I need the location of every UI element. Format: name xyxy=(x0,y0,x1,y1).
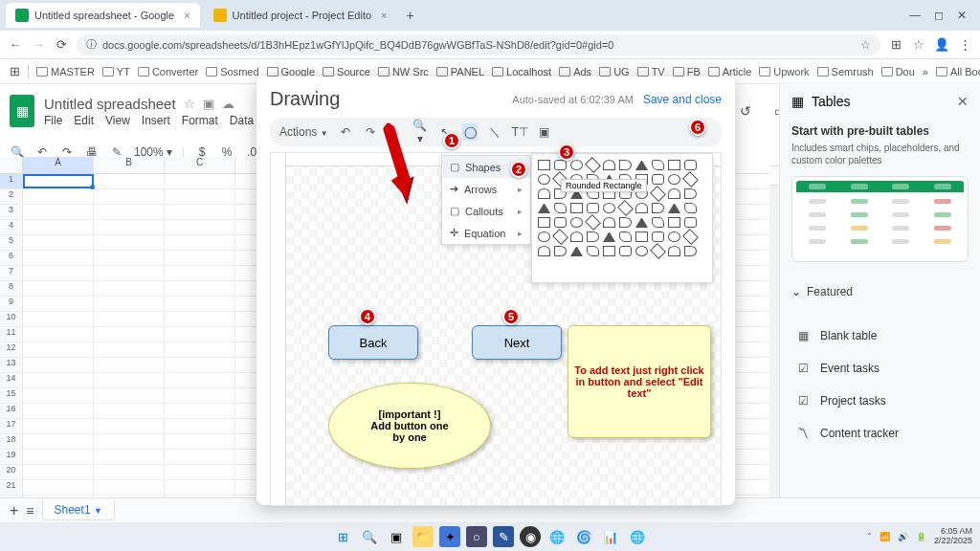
cell[interactable] xyxy=(94,266,165,280)
shape-option[interactable] xyxy=(652,160,664,170)
shape-option[interactable] xyxy=(684,246,697,256)
shape-option[interactable] xyxy=(650,243,666,259)
cell[interactable] xyxy=(23,174,94,188)
col-header-b[interactable]: B xyxy=(94,157,165,173)
edge-icon[interactable]: 🌀 xyxy=(573,526,594,547)
bookmark-item[interactable]: UG xyxy=(599,66,630,77)
cell[interactable] xyxy=(94,281,165,296)
shape-option[interactable] xyxy=(570,246,583,256)
extensions-icon[interactable]: ⊞ xyxy=(888,37,903,52)
drawn-back-button[interactable]: Back xyxy=(328,325,418,360)
cloud-icon[interactable]: ☁ xyxy=(222,97,234,111)
cell[interactable] xyxy=(23,281,94,296)
row-header[interactable]: 19 xyxy=(0,450,23,464)
cell[interactable] xyxy=(165,235,235,250)
cell[interactable] xyxy=(23,220,94,234)
sheet-tab[interactable]: Sheet1 ▼ xyxy=(42,500,115,520)
shape-option[interactable] xyxy=(538,174,550,185)
all-bookmarks[interactable]: All Bookmarks xyxy=(936,66,980,77)
bookmark-item[interactable]: NW Src xyxy=(378,66,429,77)
cell[interactable] xyxy=(23,419,94,433)
drawing-canvas[interactable]: ▢Shapes▸ ➔Arrows▸ ▢Callouts▸ ✛Equation▸ … xyxy=(270,152,722,506)
bookmark-item[interactable]: PANEL xyxy=(436,66,484,77)
app-icon[interactable]: ✎ xyxy=(493,526,514,547)
cell[interactable] xyxy=(94,388,165,403)
canary-icon[interactable]: 🌐 xyxy=(627,526,648,547)
move-icon[interactable]: ▣ xyxy=(203,97,214,111)
chrome-icon[interactable]: 🌐 xyxy=(546,526,568,547)
shape-option[interactable] xyxy=(668,217,680,228)
shape-option[interactable] xyxy=(538,160,550,170)
task-view-icon[interactable]: ▣ xyxy=(386,526,407,547)
row-header[interactable]: 20 xyxy=(0,465,23,479)
row-header[interactable]: 14 xyxy=(0,373,23,387)
bookmark-item[interactable]: TV xyxy=(637,66,665,77)
cell[interactable] xyxy=(165,327,235,342)
row-header[interactable]: 17 xyxy=(0,419,23,433)
template-project-tasks[interactable]: ☑Project tasks xyxy=(791,385,969,417)
shape-option[interactable] xyxy=(652,174,664,185)
shape-option[interactable] xyxy=(668,203,680,213)
menu-insert[interactable]: Insert xyxy=(142,114,170,127)
shape-option[interactable] xyxy=(652,217,664,228)
drawn-next-button[interactable]: Next xyxy=(472,325,562,360)
template-event-tasks[interactable]: ☑Event tasks xyxy=(791,352,969,385)
row-header[interactable]: 6 xyxy=(0,251,23,265)
obs-icon[interactable]: ◉ xyxy=(520,526,541,547)
bookmark-item[interactable]: Semrush xyxy=(817,66,874,77)
row-header[interactable]: 16 xyxy=(0,404,23,418)
shape-option[interactable] xyxy=(603,203,615,213)
bookmark-item[interactable]: FB xyxy=(673,66,701,77)
shape-option[interactable] xyxy=(570,231,583,242)
shape-option[interactable] xyxy=(603,217,615,228)
cell[interactable] xyxy=(94,465,165,479)
shape-option[interactable] xyxy=(587,246,599,256)
browser-tab-active[interactable]: Untitled spreadsheet - Google × xyxy=(6,3,200,28)
cell[interactable] xyxy=(23,235,94,250)
menu-file[interactable]: File xyxy=(44,114,62,127)
col-header-c[interactable]: C xyxy=(165,157,235,173)
volume-icon[interactable]: 🔊 xyxy=(898,532,908,541)
cell[interactable] xyxy=(165,434,235,449)
browser-tab[interactable]: Untitled project - Project Edito × xyxy=(204,3,397,28)
cell[interactable] xyxy=(94,342,165,357)
save-and-close-button[interactable]: Save and close xyxy=(643,93,722,106)
shape-option[interactable] xyxy=(538,217,550,228)
cell[interactable] xyxy=(94,450,165,464)
row-header[interactable]: 3 xyxy=(0,205,23,219)
cell[interactable] xyxy=(23,312,94,326)
shape-option[interactable] xyxy=(682,171,699,187)
star-icon[interactable]: ☆ xyxy=(860,38,871,52)
back-icon[interactable]: ← xyxy=(8,37,23,52)
shape-option[interactable] xyxy=(668,160,680,170)
cell[interactable] xyxy=(94,297,165,311)
shape-option[interactable] xyxy=(684,188,697,199)
shape-option[interactable] xyxy=(684,160,697,170)
cell[interactable] xyxy=(94,174,165,188)
bookmark-item[interactable]: Ads xyxy=(559,66,591,77)
site-info-icon[interactable]: ⓘ xyxy=(86,37,97,52)
row-header[interactable]: 13 xyxy=(0,358,23,372)
shape-option[interactable] xyxy=(587,203,599,213)
tab-close-icon[interactable]: × xyxy=(381,10,387,21)
cell[interactable] xyxy=(165,404,235,418)
bookmark-item[interactable]: MASTER xyxy=(36,66,95,77)
bookmark-item[interactable]: Dou xyxy=(881,66,915,77)
shape-option[interactable] xyxy=(554,160,567,170)
cell[interactable] xyxy=(94,373,165,387)
cell[interactable] xyxy=(23,358,94,372)
shape-option[interactable] xyxy=(554,246,567,256)
cell[interactable] xyxy=(23,266,94,280)
shape-option[interactable] xyxy=(652,203,664,213)
cell[interactable] xyxy=(94,220,165,234)
col-header-a[interactable]: A xyxy=(23,157,94,173)
textbox-icon[interactable]: T⊤ xyxy=(512,125,527,139)
line-icon[interactable]: ＼ xyxy=(487,124,502,141)
bookmark-item[interactable]: Sosmed xyxy=(206,66,258,77)
template-blank-table[interactable]: ▦Blank table xyxy=(791,320,969,352)
bookmark-star-icon[interactable]: ☆ xyxy=(911,37,926,52)
shape-option[interactable] xyxy=(619,246,632,256)
shape-option[interactable] xyxy=(554,217,567,228)
shape-option[interactable] xyxy=(603,160,615,170)
shape-option[interactable] xyxy=(617,200,634,216)
